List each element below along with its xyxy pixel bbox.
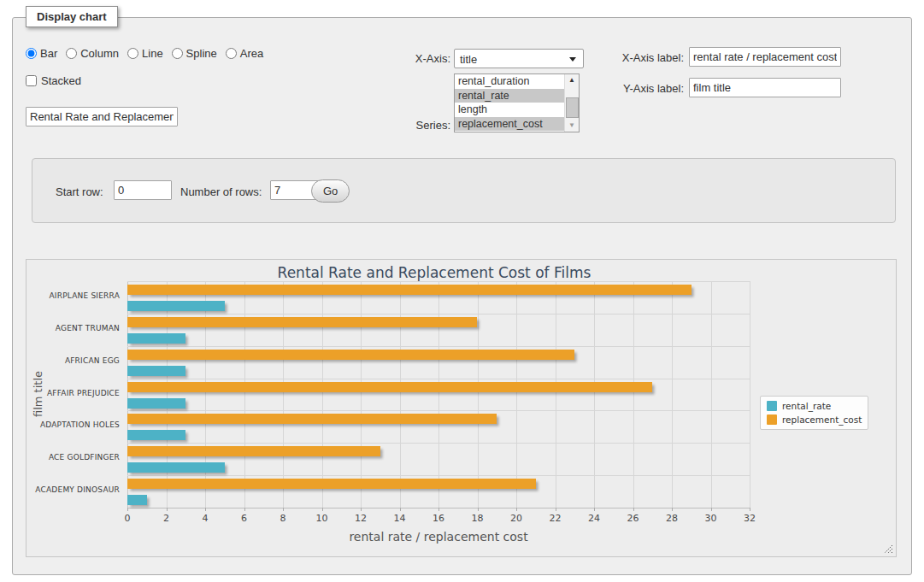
x-tick-mark [711,508,712,511]
gridline [594,281,595,508]
gridline [633,281,634,508]
y-axis-label-input[interactable] [689,78,841,97]
scroll-down-icon[interactable]: ▼ [565,120,579,132]
go-button[interactable]: Go [311,179,350,203]
series-multiselect[interactable]: rental_durationrental_ratelengthreplacem… [454,73,580,132]
gridline [127,346,750,347]
x-tick-mark [127,508,128,511]
plot-area [127,281,750,509]
gridline [438,281,439,508]
chart-type-option-column[interactable]: Column [66,47,119,60]
x-tick-mark [244,508,245,511]
chart-type-radio-column[interactable] [66,48,77,59]
chart-type-radio-spline[interactable] [172,48,183,59]
chart-type-radio-line[interactable] [127,48,138,59]
x-tick-label: 2 [163,513,169,524]
x-tick-label: 28 [666,513,678,524]
bar-rental_rate [127,495,147,505]
x-tick-mark [438,508,439,511]
gridline [711,281,712,508]
x-tick-mark [516,508,517,511]
x-tick-label: 30 [705,513,717,524]
x-tick-label: 14 [394,513,406,524]
x-axis-select-label: X-Axis: [376,52,450,66]
gridline [478,281,479,508]
legend-swatch [767,401,777,411]
chart-type-option-bar[interactable]: Bar [26,47,57,60]
series-option-length[interactable]: length [455,103,564,117]
x-tick-mark [361,508,362,511]
x-tick-label: 8 [280,513,286,524]
x-tick-label: 20 [510,513,522,524]
x-tick-mark [205,508,206,511]
chart-title-input[interactable] [26,107,178,126]
x-tick-mark [594,508,595,511]
series-option-rental_duration[interactable]: rental_duration [455,74,564,89]
bar-replacement_cost [127,350,574,360]
series-options: rental_durationrental_ratelengthreplacem… [455,74,579,131]
scroll-up-icon[interactable]: ▲ [565,74,579,86]
bar-rental_rate [127,398,185,409]
x-tick-label: 4 [203,513,209,524]
series-option-rental_rate[interactable]: rental_rate [455,89,564,103]
stacked-option[interactable]: Stacked [26,74,81,87]
chart-type-option-line[interactable]: Line [127,47,163,60]
chart-type-label: Column [80,47,119,60]
chart-type-label: Spline [186,47,217,60]
chart-type-radio-bar[interactable] [26,48,37,59]
chart-type-radio-area[interactable] [226,48,237,59]
legend-item-replacement_cost[interactable]: replacement_cost [767,414,862,425]
legend-item-rental_rate[interactable]: rental_rate [767,401,862,411]
stacked-checkbox[interactable] [26,75,37,86]
series-scrollbar[interactable]: ▲ ▼ [564,74,579,132]
bar-rental_rate [127,333,185,344]
gridline [127,314,750,315]
scrollbar-thumb[interactable] [566,97,579,118]
fieldset-legend: Display chart [26,6,118,27]
chart-type-label: Line [142,47,163,60]
x-tick-label: 24 [588,513,600,524]
gridline [127,379,750,379]
gridline [556,281,556,508]
start-row-label: Start row: [56,185,103,199]
x-tick-label: 32 [744,513,756,524]
x-tick-label: 16 [433,513,444,524]
bar-rental_rate [127,430,185,440]
category-label: ADAPTATION HOLES [26,420,120,429]
chart-container: Rental Rate and Replacement Cost of Film… [26,259,897,557]
gridline [244,281,245,508]
legend-swatch [767,414,777,425]
gridline [205,281,206,508]
x-axis-select[interactable]: title [454,49,584,68]
gridline [516,281,517,508]
x-tick-mark [322,508,323,511]
gridline [127,410,750,411]
y-axis-line [127,281,128,508]
gridline [127,443,750,444]
bar-rental_rate [127,366,185,376]
resize-handle[interactable] [884,544,893,554]
bar-replacement_cost [127,285,692,295]
chart-type-label: Bar [40,47,57,60]
x-tick-mark [283,508,284,511]
start-row-input[interactable] [114,180,172,200]
bar-rental_rate [127,301,225,311]
chart-type-option-spline[interactable]: Spline [172,47,217,60]
x-tick-mark [556,508,556,511]
gridline [672,281,673,508]
x-axis-label-input[interactable] [689,47,841,67]
x-tick-mark [167,508,168,511]
gridline [167,281,168,508]
bar-replacement_cost [127,317,477,327]
gridline [400,281,401,508]
x-tick-mark [400,508,401,511]
bar-replacement_cost [127,479,536,489]
x-axis-label-caption: X-Axis label: [598,51,684,65]
gridline [322,281,323,508]
bar-replacement_cost [127,446,380,456]
x-tick-mark [478,508,479,511]
series-option-replacement_cost[interactable]: replacement_cost [455,117,564,132]
chart-type-options: BarColumnLineSplineArea [26,47,272,60]
x-tick-label: 6 [241,513,247,524]
chart-type-option-area[interactable]: Area [226,47,263,60]
